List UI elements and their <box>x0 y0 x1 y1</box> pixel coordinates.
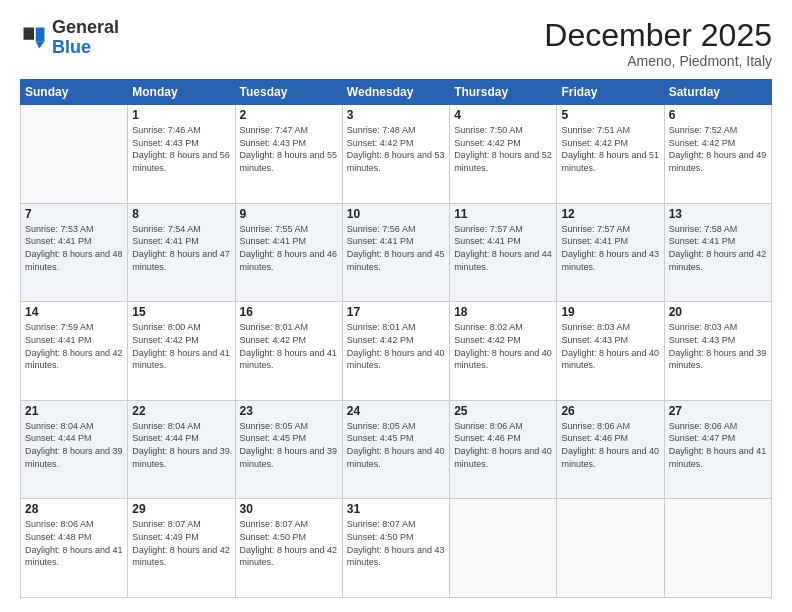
table-row <box>664 499 771 598</box>
day-number: 19 <box>561 305 659 319</box>
table-row: 17Sunrise: 8:01 AMSunset: 4:42 PMDayligh… <box>342 302 449 401</box>
title-block: December 2025 Ameno, Piedmont, Italy <box>544 18 772 69</box>
day-number: 3 <box>347 108 445 122</box>
day-number: 29 <box>132 502 230 516</box>
day-number: 14 <box>25 305 123 319</box>
table-row: 1Sunrise: 7:46 AMSunset: 4:43 PMDaylight… <box>128 105 235 204</box>
cell-info: Sunrise: 8:07 AMSunset: 4:49 PMDaylight:… <box>132 518 230 568</box>
day-number: 23 <box>240 404 338 418</box>
day-number: 4 <box>454 108 552 122</box>
cell-info: Sunrise: 7:59 AMSunset: 4:41 PMDaylight:… <box>25 321 123 371</box>
cell-info: Sunrise: 8:06 AMSunset: 4:48 PMDaylight:… <box>25 518 123 568</box>
table-row: 19Sunrise: 8:03 AMSunset: 4:43 PMDayligh… <box>557 302 664 401</box>
calendar-week-row: 28Sunrise: 8:06 AMSunset: 4:48 PMDayligh… <box>21 499 772 598</box>
svg-marker-0 <box>36 27 45 41</box>
cell-info: Sunrise: 7:46 AMSunset: 4:43 PMDaylight:… <box>132 124 230 174</box>
day-number: 31 <box>347 502 445 516</box>
day-number: 15 <box>132 305 230 319</box>
table-row: 8Sunrise: 7:54 AMSunset: 4:41 PMDaylight… <box>128 203 235 302</box>
day-number: 21 <box>25 404 123 418</box>
day-number: 18 <box>454 305 552 319</box>
svg-rect-2 <box>24 27 35 39</box>
cell-info: Sunrise: 7:57 AMSunset: 4:41 PMDaylight:… <box>561 223 659 273</box>
table-row: 3Sunrise: 7:48 AMSunset: 4:42 PMDaylight… <box>342 105 449 204</box>
day-number: 12 <box>561 207 659 221</box>
day-number: 20 <box>669 305 767 319</box>
table-row: 20Sunrise: 8:03 AMSunset: 4:43 PMDayligh… <box>664 302 771 401</box>
table-row: 15Sunrise: 8:00 AMSunset: 4:42 PMDayligh… <box>128 302 235 401</box>
table-row: 28Sunrise: 8:06 AMSunset: 4:48 PMDayligh… <box>21 499 128 598</box>
cell-info: Sunrise: 7:48 AMSunset: 4:42 PMDaylight:… <box>347 124 445 174</box>
day-number: 8 <box>132 207 230 221</box>
col-friday: Friday <box>557 80 664 105</box>
day-number: 9 <box>240 207 338 221</box>
col-tuesday: Tuesday <box>235 80 342 105</box>
day-number: 22 <box>132 404 230 418</box>
table-row <box>557 499 664 598</box>
table-row <box>21 105 128 204</box>
cell-info: Sunrise: 7:58 AMSunset: 4:41 PMDaylight:… <box>669 223 767 273</box>
day-number: 5 <box>561 108 659 122</box>
cell-info: Sunrise: 7:54 AMSunset: 4:41 PMDaylight:… <box>132 223 230 273</box>
cell-info: Sunrise: 8:05 AMSunset: 4:45 PMDaylight:… <box>347 420 445 470</box>
table-row: 11Sunrise: 7:57 AMSunset: 4:41 PMDayligh… <box>450 203 557 302</box>
day-number: 11 <box>454 207 552 221</box>
cell-info: Sunrise: 7:57 AMSunset: 4:41 PMDaylight:… <box>454 223 552 273</box>
table-row: 14Sunrise: 7:59 AMSunset: 4:41 PMDayligh… <box>21 302 128 401</box>
header: General Blue December 2025 Ameno, Piedmo… <box>20 18 772 69</box>
table-row: 4Sunrise: 7:50 AMSunset: 4:42 PMDaylight… <box>450 105 557 204</box>
col-thursday: Thursday <box>450 80 557 105</box>
cell-info: Sunrise: 8:06 AMSunset: 4:46 PMDaylight:… <box>561 420 659 470</box>
month-title: December 2025 <box>544 18 772 53</box>
table-row: 23Sunrise: 8:05 AMSunset: 4:45 PMDayligh… <box>235 400 342 499</box>
cell-info: Sunrise: 8:03 AMSunset: 4:43 PMDaylight:… <box>669 321 767 371</box>
day-number: 27 <box>669 404 767 418</box>
cell-info: Sunrise: 8:07 AMSunset: 4:50 PMDaylight:… <box>240 518 338 568</box>
table-row: 22Sunrise: 8:04 AMSunset: 4:44 PMDayligh… <box>128 400 235 499</box>
calendar-week-row: 14Sunrise: 7:59 AMSunset: 4:41 PMDayligh… <box>21 302 772 401</box>
cell-info: Sunrise: 8:07 AMSunset: 4:50 PMDaylight:… <box>347 518 445 568</box>
day-number: 16 <box>240 305 338 319</box>
table-row: 31Sunrise: 8:07 AMSunset: 4:50 PMDayligh… <box>342 499 449 598</box>
cell-info: Sunrise: 7:56 AMSunset: 4:41 PMDaylight:… <box>347 223 445 273</box>
day-number: 13 <box>669 207 767 221</box>
day-number: 7 <box>25 207 123 221</box>
day-number: 10 <box>347 207 445 221</box>
cell-info: Sunrise: 7:51 AMSunset: 4:42 PMDaylight:… <box>561 124 659 174</box>
day-number: 25 <box>454 404 552 418</box>
table-row: 16Sunrise: 8:01 AMSunset: 4:42 PMDayligh… <box>235 302 342 401</box>
cell-info: Sunrise: 8:06 AMSunset: 4:47 PMDaylight:… <box>669 420 767 470</box>
cell-info: Sunrise: 8:00 AMSunset: 4:42 PMDaylight:… <box>132 321 230 371</box>
day-number: 2 <box>240 108 338 122</box>
logo-blue-text: Blue <box>52 37 91 57</box>
cell-info: Sunrise: 8:01 AMSunset: 4:42 PMDaylight:… <box>240 321 338 371</box>
svg-marker-1 <box>36 41 45 48</box>
day-number: 28 <box>25 502 123 516</box>
col-saturday: Saturday <box>664 80 771 105</box>
day-number: 30 <box>240 502 338 516</box>
calendar-week-row: 1Sunrise: 7:46 AMSunset: 4:43 PMDaylight… <box>21 105 772 204</box>
logo-text: General Blue <box>52 18 119 58</box>
table-row: 18Sunrise: 8:02 AMSunset: 4:42 PMDayligh… <box>450 302 557 401</box>
day-number: 24 <box>347 404 445 418</box>
cell-info: Sunrise: 8:04 AMSunset: 4:44 PMDaylight:… <box>132 420 230 470</box>
logo: General Blue <box>20 18 119 58</box>
col-sunday: Sunday <box>21 80 128 105</box>
page: General Blue December 2025 Ameno, Piedmo… <box>0 0 792 612</box>
table-row: 9Sunrise: 7:55 AMSunset: 4:41 PMDaylight… <box>235 203 342 302</box>
table-row: 5Sunrise: 7:51 AMSunset: 4:42 PMDaylight… <box>557 105 664 204</box>
calendar-table: Sunday Monday Tuesday Wednesday Thursday… <box>20 79 772 598</box>
cell-info: Sunrise: 8:02 AMSunset: 4:42 PMDaylight:… <box>454 321 552 371</box>
table-row: 30Sunrise: 8:07 AMSunset: 4:50 PMDayligh… <box>235 499 342 598</box>
table-row <box>450 499 557 598</box>
table-row: 2Sunrise: 7:47 AMSunset: 4:43 PMDaylight… <box>235 105 342 204</box>
calendar-week-row: 7Sunrise: 7:53 AMSunset: 4:41 PMDaylight… <box>21 203 772 302</box>
table-row: 21Sunrise: 8:04 AMSunset: 4:44 PMDayligh… <box>21 400 128 499</box>
table-row: 10Sunrise: 7:56 AMSunset: 4:41 PMDayligh… <box>342 203 449 302</box>
cell-info: Sunrise: 8:06 AMSunset: 4:46 PMDaylight:… <box>454 420 552 470</box>
cell-info: Sunrise: 8:05 AMSunset: 4:45 PMDaylight:… <box>240 420 338 470</box>
day-number: 1 <box>132 108 230 122</box>
table-row: 26Sunrise: 8:06 AMSunset: 4:46 PMDayligh… <box>557 400 664 499</box>
table-row: 25Sunrise: 8:06 AMSunset: 4:46 PMDayligh… <box>450 400 557 499</box>
cell-info: Sunrise: 8:03 AMSunset: 4:43 PMDaylight:… <box>561 321 659 371</box>
